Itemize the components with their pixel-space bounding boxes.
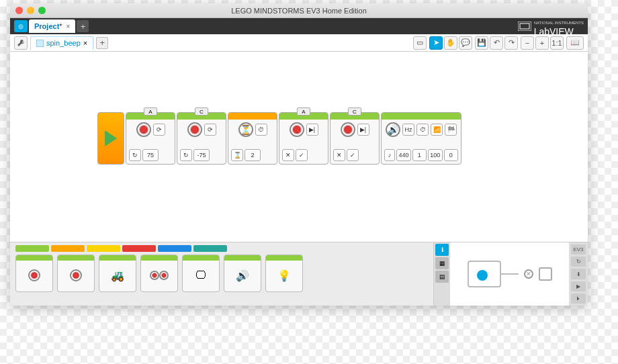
hz-label[interactable]: Hz [402, 124, 414, 136]
file-name: spin_beep [46, 39, 81, 47]
file-tab[interactable]: spin_beep × [30, 36, 93, 50]
close-window-button[interactable] [15, 7, 23, 14]
motor-block-c-on[interactable]: C ⟳ ↻-75 [177, 112, 226, 165]
zoom-reset-button[interactable]: 1:1 [550, 36, 564, 50]
zoom-window-button[interactable] [38, 7, 46, 14]
wrench-icon [17, 39, 25, 47]
disconnected-icon: ✕ [524, 269, 533, 279]
undo-button[interactable]: ↶ [490, 36, 503, 50]
palette-tab-flow[interactable] [51, 245, 85, 252]
redo-button[interactable]: ↷ [504, 36, 518, 50]
palette-display[interactable]: 🖵 [182, 255, 220, 292]
hw-tab-available[interactable]: ▤ [435, 271, 449, 283]
block-palette: 🚜 🖵 🔊 💡 [10, 242, 433, 306]
motor-icon [290, 122, 304, 137]
zoom-in-button[interactable]: + [535, 36, 549, 50]
add-file-button[interactable]: + [96, 37, 108, 49]
select-icon-button[interactable]: ▭ [413, 36, 427, 50]
timer-icon[interactable]: ⏱ [255, 124, 267, 136]
save-button[interactable]: 💾 [475, 36, 488, 50]
palette-tab-myblocks[interactable] [193, 245, 227, 252]
timer-icon[interactable]: ⏱ [416, 124, 429, 136]
motor-block-a-on[interactable]: A ⟳ ↻75 [126, 112, 175, 165]
mode-icon[interactable]: ⌛ [231, 149, 243, 161]
palette-brick-status[interactable]: 💡 [265, 255, 303, 292]
palette-tab-advanced[interactable] [158, 245, 191, 252]
motor-icon [187, 122, 202, 137]
ev3-logo-icon[interactable]: ◎ [14, 20, 28, 32]
palette-tabs [15, 245, 428, 252]
start-block[interactable] [97, 112, 124, 165]
stop-icon[interactable]: ▶| [357, 124, 369, 136]
palette-tab-data[interactable] [122, 245, 156, 252]
connection-line [501, 273, 519, 275]
file-icon [36, 40, 44, 47]
brake-false[interactable]: ✕ [333, 149, 345, 161]
palette-sound[interactable]: 🔊 [224, 255, 261, 292]
brake-true[interactable]: ✓ [296, 149, 308, 161]
ev3-label: EV3 [571, 244, 586, 255]
sound-block[interactable]: 🔊Hz⏱📶🏁 ♪44011000 [381, 112, 461, 165]
note-icon[interactable]: ♪ [384, 149, 395, 161]
hw-tab-ports[interactable]: ▦ [435, 257, 449, 269]
stop-icon[interactable]: ▶| [306, 124, 318, 136]
project-tab[interactable]: Project* × [29, 19, 75, 33]
run-selected-button[interactable]: ⏵ [571, 293, 586, 304]
close-project-icon[interactable]: × [67, 23, 71, 30]
play-value[interactable]: 0 [444, 149, 458, 161]
menubar: ◎ Project* × + NATIONAL INSTRUMENTSLabVI… [10, 18, 588, 34]
zoom-out-button[interactable]: − [521, 36, 534, 50]
dur-value[interactable]: 1 [412, 149, 427, 161]
help-button[interactable]: 📖 [566, 36, 584, 50]
usb-icon [539, 267, 552, 281]
wrench-button[interactable] [14, 36, 28, 50]
pan-tool[interactable]: ✋ [444, 36, 457, 50]
run-button[interactable]: ▶ [571, 281, 586, 291]
port-label[interactable]: A [144, 107, 157, 116]
labview-icon [518, 21, 531, 31]
brake-false[interactable]: ✕ [282, 149, 294, 161]
port-label[interactable]: C [195, 107, 208, 116]
comment-tool[interactable]: 💬 [459, 36, 472, 50]
palette-large-motor[interactable] [57, 255, 95, 292]
brake-true[interactable]: ✓ [347, 149, 359, 161]
palette-tab-sensor[interactable] [87, 245, 120, 252]
direction-icon[interactable]: ↻ [180, 149, 192, 161]
add-project-button[interactable]: + [77, 20, 89, 32]
pointer-tool[interactable]: ➤ [429, 36, 443, 50]
vol-value[interactable]: 100 [428, 149, 442, 161]
canvas[interactable]: A ⟳ ↻75 C ⟳ ↻-75 ⏳⏱ ⌛2 [10, 52, 588, 242]
port-label[interactable]: C [348, 107, 361, 116]
palette-move-tank[interactable] [140, 255, 178, 292]
hardware-view[interactable]: ✕ [450, 242, 569, 306]
power-value[interactable]: -75 [193, 149, 210, 161]
play-icon [105, 130, 117, 146]
titlebar: LEGO MINDSTORMS EV3 Home Edition [10, 3, 588, 18]
motor-block-a-off[interactable]: A ▶| ✕✓ [279, 112, 328, 165]
speaker-icon: 🔊 [386, 122, 400, 137]
mode-icon[interactable]: ⟳ [204, 124, 216, 136]
refresh-button[interactable]: ↻ [571, 257, 586, 267]
palette-move-steering[interactable]: 🚜 [99, 255, 136, 292]
port-label[interactable]: A [297, 107, 310, 116]
download-button[interactable]: ⬇ [571, 269, 586, 279]
svg-rect-1 [520, 24, 529, 29]
window-title: LEGO MINDSTORMS EV3 Home Edition [10, 7, 588, 15]
flag-icon[interactable]: 🏁 [445, 124, 457, 136]
toolbar: spin_beep × + ▭ ➤ ✋ 💬 💾 ↶ ↷ − + 1:1 📖 [10, 34, 588, 52]
mode-icon[interactable]: ⟳ [153, 124, 165, 136]
close-file-icon[interactable]: × [83, 39, 87, 47]
direction-icon[interactable]: ↻ [129, 149, 141, 161]
seconds-value[interactable]: 2 [245, 149, 261, 161]
wait-block[interactable]: ⏳⏱ ⌛2 [228, 112, 277, 165]
palette-tab-action[interactable] [15, 245, 49, 252]
hw-tab-brick[interactable]: ℹ [435, 244, 449, 256]
minimize-window-button[interactable] [27, 7, 34, 14]
volume-icon[interactable]: 📶 [431, 124, 443, 136]
freq-value[interactable]: 440 [396, 149, 410, 161]
project-name: Project [34, 22, 59, 30]
palette-medium-motor[interactable] [15, 255, 53, 292]
hardware-panel: ℹ ▦ ▤ ✕ EV3 ↻ ⬇ ▶ ⏵ [433, 242, 588, 306]
motor-block-c-off[interactable]: C ▶| ✕✓ [330, 112, 380, 165]
power-value[interactable]: 75 [142, 149, 159, 161]
